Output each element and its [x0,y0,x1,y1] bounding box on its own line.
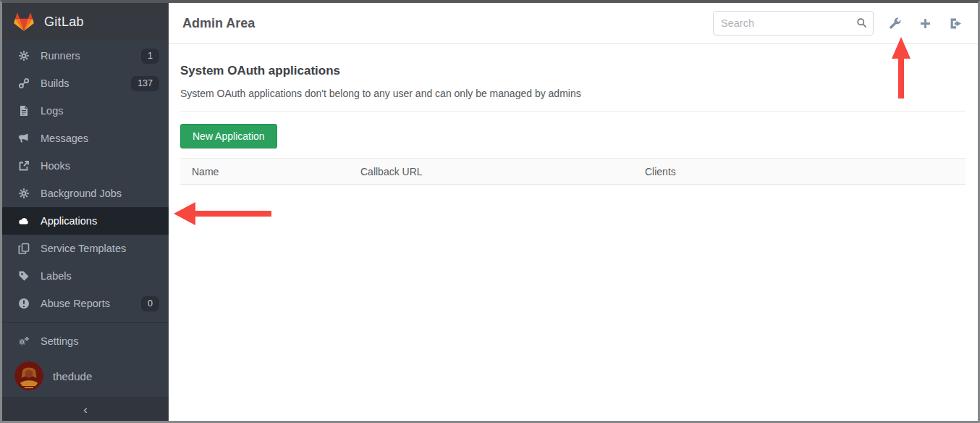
plus-icon [919,17,932,30]
main-area: Admin Area [169,3,978,421]
annotation-arrow-up-shaft [898,57,904,99]
avatar [14,361,43,390]
sidebar-item-abuse-reports[interactable]: Abuse Reports 0 [2,290,169,317]
sidebar-item-logs[interactable]: Logs [2,97,169,125]
file-icon [18,105,30,117]
page-title: Admin Area [182,16,255,31]
tag-icon [18,270,30,282]
sidebar-item-builds[interactable]: Builds 137 [2,70,169,97]
admin-wrench-icon [889,17,901,30]
annotation-arrow-left-shaft [194,211,271,217]
gitlab-logo-icon [13,11,35,33]
sidebar-item-settings[interactable]: Settings [2,327,169,355]
sidebar-item-labels[interactable]: Labels [2,262,169,290]
gear-icon [18,188,30,199]
content: System OAuth applications System OAuth a… [169,44,978,185]
brand-name: GitLab [44,14,84,30]
sidebar-item-label: Service Templates [41,243,126,254]
sidebar-logo-header[interactable]: GitLab [2,3,169,41]
annotation-arrow-left-head [174,202,195,225]
count-badge: 1 [141,49,159,64]
bullhorn-icon [18,133,30,144]
sidebar-item-label: Messages [41,133,88,144]
sidebar-item-applications[interactable]: Applications [2,207,169,235]
applications-table: Name Callback URL Clients [180,158,966,185]
annotation-arrow-up-head [892,37,911,59]
sidebar-item-background-jobs[interactable]: Background Jobs [2,180,169,207]
section-description: System OAuth applications don't belong t… [180,88,966,99]
sign-out-icon [950,17,962,30]
sidebar-item-label: Builds [41,78,69,89]
sidebar-item-label: Labels [41,270,72,282]
gitlab-admin-window: GitLab Runners 1 Builds 137 [0,0,980,423]
copy-icon [18,243,30,254]
topbar: Admin Area [169,3,978,44]
link-icon [18,78,30,89]
sidebar: GitLab Runners 1 Builds 137 [2,3,169,421]
search-input[interactable] [713,11,874,35]
sidebar-item-runners[interactable]: Runners 1 [2,42,169,70]
sidebar-item-label: Abuse Reports [41,298,110,309]
sidebar-item-label: Runners [41,50,80,62]
sidebar-settings-section: Settings [2,322,169,355]
sidebar-item-messages[interactable]: Messages [2,125,169,152]
sidebar-collapse-toggle[interactable]: ‹ [2,397,169,423]
column-header-callback-url: Callback URL [349,166,633,177]
new-application-button[interactable]: New Application [180,124,277,148]
new-item-button[interactable] [918,16,933,31]
chevron-left-icon: ‹ [83,403,88,417]
column-header-clients: Clients [633,166,966,177]
divider [180,111,966,112]
topbar-icons [887,16,963,31]
sidebar-item-label: Settings [41,335,78,347]
sign-out-button[interactable] [948,16,963,31]
gear-icon [18,50,30,62]
count-badge: 0 [141,296,159,311]
sidebar-item-label: Logs [41,105,63,117]
table-header-row: Name Callback URL Clients [180,158,966,185]
sidebar-item-hooks[interactable]: Hooks [2,152,169,180]
sidebar-nav: Runners 1 Builds 137 Logs Messa [2,42,169,317]
exclamation-circle-icon [18,298,30,309]
count-badge: 137 [131,76,159,91]
search-icon [856,17,867,28]
sidebar-item-label: Background Jobs [41,188,122,199]
current-user[interactable]: thedude [2,355,169,397]
username-label: thedude [53,370,92,382]
cloud-icon [18,215,30,227]
search-box [713,11,874,35]
sidebar-item-service-templates[interactable]: Service Templates [2,235,169,262]
gears-icon [18,335,30,347]
external-link-icon [18,160,30,172]
admin-wrench-button[interactable] [887,16,903,31]
column-header-name: Name [180,166,349,177]
sidebar-item-label: Applications [41,215,97,227]
sidebar-item-label: Hooks [41,160,70,172]
section-heading: System OAuth applications [180,64,966,78]
